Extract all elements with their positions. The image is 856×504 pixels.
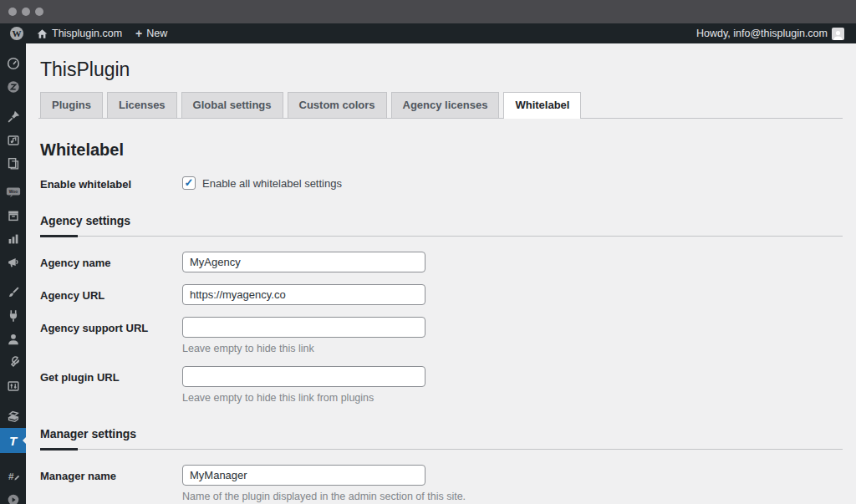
svg-text:Woo: Woo: [8, 190, 18, 194]
my-account-menu[interactable]: Howdy, info@thisplugin.com: [693, 23, 848, 43]
wordpress-logo-icon: W: [10, 27, 23, 40]
window-control-dot[interactable]: [22, 8, 30, 16]
field-help-text: Leave empty to hide this link: [182, 343, 843, 354]
field-label: Enable whitelabel: [40, 173, 182, 191]
sidebar-item-snippets[interactable]: #: [0, 465, 26, 488]
tab-bar: PluginsLicensesGlobal settingsCustom col…: [38, 92, 843, 119]
agency-url-input[interactable]: [182, 284, 425, 305]
tab-plugins[interactable]: Plugins: [40, 92, 103, 118]
sidebar-item-settings[interactable]: [0, 374, 26, 398]
field-label: Agency support URL: [40, 317, 182, 334]
tab-agency-licenses[interactable]: Agency licenses: [391, 92, 500, 118]
field-label: Agency URL: [40, 284, 182, 302]
get-plugin-url-input[interactable]: [182, 366, 425, 387]
sidebar-item-tools[interactable]: [0, 351, 26, 374]
sidebar-item-marketing[interactable]: [0, 251, 26, 274]
new-label: New: [146, 28, 167, 39]
plugin-folder-icon: [6, 409, 21, 424]
window-titlebar: [0, 0, 856, 23]
form-row: Manager nameName of the plugin displayed…: [38, 465, 843, 502]
products-box-icon: [6, 208, 21, 223]
agency-name-input[interactable]: [182, 252, 425, 272]
tab-licenses[interactable]: Licenses: [107, 92, 177, 118]
sidebar-item-dashboard[interactable]: [0, 52, 26, 75]
sidebar-item-plugin-folder[interactable]: [0, 405, 26, 428]
enable-whitelabel-checkbox[interactable]: ✓: [182, 176, 196, 190]
agency-support-url-input[interactable]: [182, 317, 425, 338]
manager-name-input[interactable]: [182, 465, 425, 486]
settings-icon: [6, 379, 21, 394]
field-label: Manager name: [40, 465, 182, 482]
page-title: ThisPlugin: [38, 59, 843, 81]
new-content-button[interactable]: + New: [132, 23, 171, 43]
woocommerce-icon: Woo: [5, 185, 22, 200]
dashboard-icon: [6, 56, 21, 71]
avatar: [832, 28, 844, 40]
users-icon: [6, 332, 21, 347]
plugin-circle-icon: [6, 79, 21, 94]
main-content: ThisPlugin PluginsLicensesGlobal setting…: [26, 43, 856, 504]
field-label: Agency name: [40, 252, 182, 269]
marketing-megaphone-icon: [6, 255, 21, 270]
tab-global-settings[interactable]: Global settings: [181, 92, 283, 118]
video-play-icon: [6, 492, 21, 504]
section-heading: Agency settings: [40, 214, 843, 237]
svg-text:#: #: [8, 471, 14, 481]
plus-icon: +: [135, 27, 142, 40]
whitelabel-heading: Whitelabel: [40, 140, 843, 160]
sidebar-item-appearance[interactable]: [0, 281, 26, 304]
sidebar-item-products[interactable]: [0, 204, 26, 227]
posts-pin-icon: [6, 109, 21, 125]
tools-wrench-icon: [6, 355, 21, 370]
checkbox-label: Enable all whitelabel settings: [202, 177, 342, 190]
howdy-text: Howdy, info@thisplugin.com: [696, 28, 828, 39]
sidebar-item-media[interactable]: [0, 129, 26, 152]
sidebar-item-pages[interactable]: [0, 152, 26, 176]
plugins-plug-icon: [6, 308, 21, 323]
sidebar-item-plugins[interactable]: [0, 304, 26, 328]
wp-logo-menu[interactable]: W: [7, 23, 27, 43]
wp-admin-sidebar: Woo T #: [0, 43, 26, 504]
sidebar-item-plugin-circle[interactable]: [0, 75, 26, 99]
sidebar-item-posts[interactable]: [0, 105, 26, 129]
section-heading: Manager settings: [40, 427, 843, 450]
form-row: Agency name: [38, 252, 843, 272]
analytics-icon: [6, 232, 21, 247]
form-row: Agency support URLLeave empty to hide th…: [38, 317, 843, 354]
enable-whitelabel-row: Enable whitelabel ✓ Enable all whitelabe…: [38, 173, 843, 191]
field-help-text: Leave empty to hide this link from plugi…: [182, 392, 843, 404]
sidebar-item-woocommerce[interactable]: Woo: [0, 181, 26, 204]
window-control-dot[interactable]: [8, 8, 17, 16]
form-row: Agency URL: [38, 284, 843, 305]
sidebar-item-thisplugin-active[interactable]: T: [0, 428, 26, 453]
sidebar-item-video[interactable]: [0, 488, 26, 504]
media-icon: [6, 133, 21, 148]
thisplugin-icon: T: [9, 435, 17, 447]
form-sections: Agency settingsAgency nameAgency URLAgen…: [38, 214, 843, 504]
window-control-dot[interactable]: [35, 8, 43, 16]
form-row: Get plugin URLLeave empty to hide this l…: [38, 366, 843, 404]
pages-icon: [6, 156, 21, 171]
wp-admin-bar: W Thisplugin.com + New Howdy, info@thisp…: [0, 23, 856, 43]
appearance-brush-icon: [6, 285, 21, 300]
field-help-text: Name of the plugin displayed in the admi…: [182, 491, 843, 502]
tab-whitelabel[interactable]: Whitelabel: [503, 92, 581, 119]
site-link[interactable]: Thisplugin.com: [33, 23, 125, 43]
site-name: Thisplugin.com: [52, 28, 122, 39]
sidebar-item-users[interactable]: [0, 328, 26, 351]
tab-custom-colors[interactable]: Custom colors: [288, 92, 387, 118]
field-label: Get plugin URL: [40, 366, 182, 384]
snippets-hash-icon: #: [6, 469, 21, 484]
sidebar-item-analytics[interactable]: [0, 227, 26, 251]
home-icon: [37, 28, 48, 39]
